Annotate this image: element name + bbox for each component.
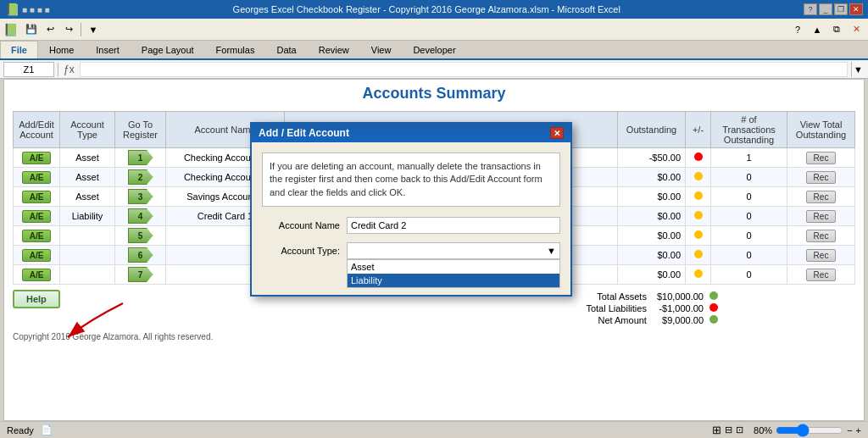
goto-cell-2: 2 <box>115 168 166 187</box>
col-header-outstanding: Outstanding <box>618 112 686 148</box>
account-type-select-wrap: ▼ Asset Liability <box>347 242 560 259</box>
cell-reference-input[interactable] <box>3 62 54 77</box>
ae-button-7[interactable]: A/E <box>22 269 52 281</box>
page-layout-icon[interactable]: ⊟ <box>725 424 732 435</box>
tab-file[interactable]: File <box>0 41 38 58</box>
ae-button-1[interactable]: A/E <box>22 152 52 164</box>
rec-button-3[interactable]: Rec <box>806 191 837 203</box>
formula-input[interactable] <box>80 62 848 77</box>
col-header-numtrans: # of Transactions Outstanding <box>711 112 787 148</box>
help-button[interactable]: Help <box>13 290 60 308</box>
numtrans-cell-4: 0 <box>711 207 787 226</box>
accttype-cell-4: Liability <box>60 207 115 226</box>
numtrans-cell-2: 0 <box>711 168 787 187</box>
rec-button-2[interactable]: Rec <box>806 171 837 184</box>
tab-insert[interactable]: Insert <box>85 41 131 58</box>
close-app-btn[interactable]: ✕ <box>848 21 865 38</box>
dialog-close-button[interactable]: ✕ <box>550 127 564 139</box>
rec-cell-5: Rec <box>787 226 855 246</box>
zoom-slider[interactable] <box>776 425 843 435</box>
ae-button-2[interactable]: A/E <box>22 171 52 184</box>
rec-cell-7: Rec <box>787 265 855 285</box>
minimize-btn[interactable]: _ <box>819 3 832 15</box>
total-liabilities-label: Total Liabilities <box>586 303 655 313</box>
tab-review[interactable]: Review <box>308 41 360 58</box>
resize-btn[interactable]: ⧉ <box>828 21 845 38</box>
rec-button-1[interactable]: Rec <box>806 152 837 164</box>
close-title-btn[interactable]: ✕ <box>849 3 863 15</box>
tab-home[interactable]: Home <box>38 41 85 58</box>
formula-expand-btn[interactable]: ▼ <box>851 62 865 77</box>
grid-view-icon[interactable]: ⊞ <box>712 424 721 436</box>
goto-arrow-5[interactable]: 5 <box>128 228 153 243</box>
account-name-field: Account Name <box>262 217 560 234</box>
ae-cell-1: A/E <box>14 148 60 168</box>
ae-button-5[interactable]: A/E <box>22 230 52 242</box>
page-view-icon[interactable]: 📄 <box>41 424 53 435</box>
tab-formulas[interactable]: Formulas <box>205 41 266 58</box>
option-asset[interactable]: Asset <box>348 260 559 274</box>
ae-button-3[interactable]: A/E <box>22 191 52 203</box>
rec-button-6[interactable]: Rec <box>806 249 837 262</box>
formula-bar: ƒx ▼ <box>0 60 868 79</box>
account-name-label: Account Name <box>262 220 347 230</box>
formula-bar-separator <box>58 63 58 76</box>
minimize-ribbon-btn[interactable]: ▲ <box>809 21 826 38</box>
account-type-field: Account Type: ▼ Asset Liability <box>262 242 560 259</box>
goto-arrow-3[interactable]: 3 <box>128 189 153 204</box>
status-dot-2 <box>694 172 703 180</box>
dialog-info-text: If you are deleting an account, manually… <box>262 152 560 207</box>
title-bar: 📗 ■ ■ ■ ■ Georges Excel Checkbook Regist… <box>0 0 868 19</box>
rec-cell-4: Rec <box>787 207 855 226</box>
ae-cell-5: A/E <box>14 226 60 246</box>
title-controls: ? _ ❐ ✕ <box>804 3 863 15</box>
tab-page-layout[interactable]: Page Layout <box>131 41 205 58</box>
goto-cell-5: 5 <box>115 226 166 246</box>
redo-qtb-btn[interactable]: ↪ <box>60 21 77 38</box>
goto-arrow-7[interactable]: 7 <box>128 267 153 282</box>
rec-cell-1: Rec <box>787 148 855 168</box>
net-status-dot <box>709 315 718 324</box>
goto-arrow-2[interactable]: 2 <box>128 169 153 185</box>
tab-developer[interactable]: Developer <box>402 41 466 58</box>
help-icon-btn[interactable]: ? <box>789 21 806 38</box>
goto-arrow-6[interactable]: 6 <box>128 247 153 263</box>
save-qtb-btn[interactable]: 💾 <box>23 21 40 38</box>
account-name-input[interactable] <box>347 217 560 234</box>
net-amount-row: Net Amount $9,000.00 <box>586 315 718 325</box>
dot-cell-7 <box>686 265 711 285</box>
goto-arrow-4[interactable]: 4 <box>128 208 153 224</box>
accttype-cell-1: Asset <box>60 148 115 168</box>
rec-cell-3: Rec <box>787 187 855 207</box>
zoom-in-icon[interactable]: + <box>856 425 861 435</box>
excel-window: 📗 ■ ■ ■ ■ Georges Excel Checkbook Regist… <box>0 0 868 438</box>
rec-button-7[interactable]: Rec <box>806 269 837 281</box>
total-liabilities-dot <box>709 303 718 313</box>
rec-button-4[interactable]: Rec <box>806 210 837 223</box>
rec-button-5[interactable]: Rec <box>806 230 837 242</box>
ae-cell-6: A/E <box>14 246 60 265</box>
page-break-icon[interactable]: ⊡ <box>736 424 743 435</box>
dialog-body: If you are deleting an account, manually… <box>252 142 570 295</box>
rec-cell-2: Rec <box>787 168 855 187</box>
undo-qtb-btn[interactable]: ↩ <box>42 21 58 38</box>
numtrans-cell-5: 0 <box>711 226 787 246</box>
status-right: ⊞ ⊟ ⊡ 80% − + <box>712 424 861 436</box>
status-dot-5 <box>694 230 703 239</box>
option-liability[interactable]: Liability <box>348 274 559 287</box>
account-type-select[interactable]: ▼ <box>347 242 560 259</box>
more-qtb-btn[interactable]: ▼ <box>85 21 102 38</box>
accttype-cell-5 <box>60 226 115 246</box>
restore-btn[interactable]: ❐ <box>834 3 848 15</box>
ae-button-6[interactable]: A/E <box>22 249 52 262</box>
zoom-out-icon[interactable]: − <box>847 425 852 435</box>
summary-table: Total Assets $10,000.00 Total Liabilitie… <box>584 290 720 327</box>
add-edit-dialog: Add / Edit Account ✕ If you are deleting… <box>250 122 572 297</box>
tab-view[interactable]: View <box>360 41 403 58</box>
goto-arrow-1[interactable]: 1 <box>128 150 153 165</box>
content-area: Accounts Summary Add/Edit Account Accoun… <box>0 79 868 421</box>
tab-data[interactable]: Data <box>265 41 307 58</box>
total-assets-value: $10,000.00 <box>657 291 708 302</box>
help-title-btn[interactable]: ? <box>804 3 817 15</box>
ae-button-4[interactable]: A/E <box>22 210 52 223</box>
